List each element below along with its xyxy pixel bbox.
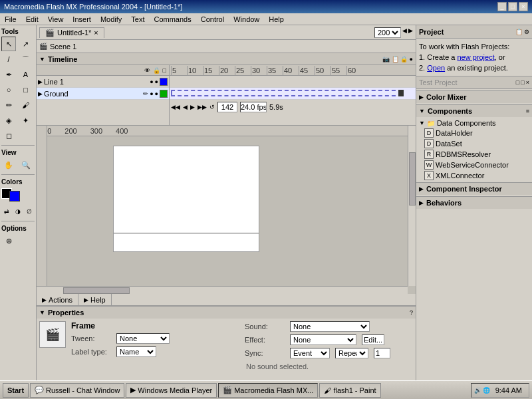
tween-row: Tween: None Motion Shape [71,333,239,344]
doc-next-btn[interactable]: ▶ [408,27,413,38]
maximize-button[interactable]: □ [508,2,517,11]
v-scroll-thumb[interactable] [409,152,416,205]
components-options-icon[interactable]: ≡ [526,108,529,114]
properties-help-icon[interactable]: ? [410,309,413,316]
next-frame-icon[interactable]: ▶▶ [198,104,207,110]
component-webservice[interactable]: W WebServiceConnector [419,160,529,170]
play-btn-icon[interactable]: ▶ [190,104,195,110]
chat-label: Russell - Chat Window [46,386,120,394]
prev-frame-icon[interactable]: ◀ [183,104,188,110]
no-color[interactable]: ∅ [24,204,35,219]
arrow-tool[interactable]: ↖ [1,37,16,51]
v-scrollbar[interactable] [408,126,416,286]
h-scrollbar[interactable] [37,286,408,294]
text-tool[interactable]: A [19,67,33,82]
h-scroll-thumb[interactable] [63,287,130,294]
pencil-tool[interactable]: ✏ [1,98,16,112]
line-tool[interactable]: / [1,52,16,66]
menu-window[interactable]: Window [231,15,261,24]
play-icon[interactable]: ◀◀ [171,104,180,110]
scene-icon: 🎬 [39,43,47,50]
pen-tool[interactable]: ✒ [1,67,16,82]
swap-colors[interactable]: ⇄ [1,204,12,219]
edit-button[interactable]: Edit... [362,334,384,345]
start-button[interactable]: Start [3,383,29,398]
dropper-tool[interactable]: ✦ [19,113,33,128]
layer-visible-dot[interactable]: ● [150,78,153,85]
fill-color[interactable] [9,191,20,201]
component-xmlconnector[interactable]: X XMLConnector [419,170,529,181]
component-dataset[interactable]: D DataSet [419,138,529,149]
menu-file[interactable]: File [3,15,19,24]
rdbms-icon: R [424,150,434,159]
zoom-select[interactable]: 200% 100% 50% [374,27,401,38]
component-inspector-header[interactable]: ▶ Component Inspector [416,183,532,195]
close-button[interactable]: × [519,2,528,11]
effect-select[interactable]: None [290,334,356,345]
test-icon3[interactable]: × [526,79,529,86]
label-type-select[interactable]: Name Comment Anchor [116,346,156,357]
toolbar-divider-1 [1,145,35,146]
sound-select[interactable]: None [290,321,370,332]
menu-control[interactable]: Control [199,15,226,24]
loop-icon[interactable]: ↺ [209,104,215,110]
sync-select[interactable]: Event [290,348,330,358]
data-components-folder[interactable]: ▼ 📁 Data Components [419,118,529,128]
project-icon2[interactable]: ⚙ [524,29,529,35]
doc-prev-btn[interactable]: ◀ [402,27,407,38]
menu-commands[interactable]: Commands [152,15,193,24]
doc-tab-close[interactable]: × [94,29,98,37]
rect-tool[interactable]: □ [19,82,33,97]
menu-modify[interactable]: Modify [98,15,124,24]
timeline-collapse-arrow[interactable]: ▼ [39,56,45,63]
taskbar-paint[interactable]: 🖌 flash1 - Paint [319,383,380,398]
layer-lock-dot[interactable]: ● [155,78,158,85]
repeat-count-input[interactable] [374,348,390,358]
actions-tab[interactable]: ▶ Actions [37,294,78,305]
layer2-lock-dot[interactable]: ● [155,90,158,97]
tween-select[interactable]: None Motion Shape [116,333,170,344]
menu-text[interactable]: Text [129,15,146,24]
hand-tool[interactable]: ✋ [1,158,16,172]
canvas-area[interactable]: 100200300400 [37,126,416,294]
subselect-tool[interactable]: ↗ [19,37,33,51]
layer2-visible-dot[interactable]: ● [150,90,153,97]
layer-row-line1[interactable]: ▶ Line 1 ● ● [37,76,169,88]
test-icon2[interactable]: □ [521,79,524,86]
taskbar-flash[interactable]: 🎬 Macromedia Flash MX... [218,383,318,398]
menu-insert[interactable]: Insert [70,15,93,24]
taskbar-chat[interactable]: 💬 Russell - Chat Window [30,383,124,398]
fill-tool[interactable]: ◈ [1,113,16,128]
repeat-select[interactable]: Repeat [335,348,368,358]
oval-tool[interactable]: ○ [1,82,16,97]
lasso-tool[interactable]: ⌒ [19,52,33,66]
default-colors[interactable]: ◑ [13,204,23,219]
component-dataholder[interactable]: D DataHolder [419,128,529,138]
help-tab[interactable]: ▶ Help [78,294,112,305]
test-icon1[interactable]: □ [516,79,519,86]
open-project-link[interactable]: Open [427,64,445,72]
component-rdbmsresolver[interactable]: R RDBMSResolver [419,149,529,160]
doc-tab[interactable]: 🎬 Untitled-1* × [39,27,104,38]
menu-help[interactable]: Help [267,15,286,24]
color-mixer-header[interactable]: ▶ Color Mixer [416,91,532,103]
snap-tool[interactable]: ⊕ [1,233,16,248]
minimize-button[interactable]: _ [497,2,507,11]
project-icon1[interactable]: 📋 [515,29,523,35]
layer-row-ground[interactable]: ▶ Ground ✏ ● ● [37,88,169,100]
menu-view[interactable]: View [46,15,66,24]
fps-input[interactable] [240,102,267,112]
taskbar-mediaplayer[interactable]: ▶ Windows Media Player [126,383,217,398]
frame-number-input[interactable] [217,102,237,112]
zoom-tool[interactable]: 🔍 [19,158,33,172]
components-header[interactable]: ▼ Components ≡ [416,105,532,117]
properties-header[interactable]: ▼ Properties ? [37,307,416,319]
new-project-link[interactable]: new project [457,53,494,61]
behaviors-header[interactable]: ▶ Behaviors [416,197,532,209]
component-inspector-section: ▶ Component Inspector [416,182,532,195]
eraser-tool[interactable]: ◻ [1,128,16,143]
webservice-icon: W [424,160,434,170]
menu-edit[interactable]: Edit [24,15,41,24]
scene-name[interactable]: Scene 1 [50,43,76,51]
brush-tool[interactable]: 🖌 [19,98,33,112]
